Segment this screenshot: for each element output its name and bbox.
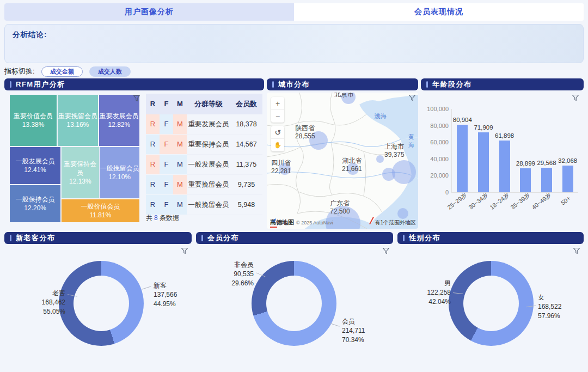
header-marker [10,81,11,88]
header-marker [10,235,11,241]
x-axis-label: 30~34岁 [467,191,490,212]
panel-new-old-header: 新老客分布 [4,232,192,244]
treemap-block[interactable]: 一般挽留会员12.10% [100,147,139,198]
member-count-cell: 18,378 [230,114,262,135]
map-label-sichuan: 四川省22,281 [271,159,291,175]
indicator-amount-button[interactable]: 成交金额 [41,66,83,77]
map-reset-button[interactable]: ↺ [271,126,284,138]
indicator-switch-label: 指标切换: [4,66,35,76]
filter-icon[interactable] [573,247,580,254]
bar[interactable] [499,141,510,192]
rfm-table-footer: 共8条数据 [146,214,179,223]
filter-icon[interactable] [382,247,390,254]
treemap-block[interactable]: 重要价值会员13.38% [10,95,57,146]
member-donut[interactable] [252,261,336,346]
header-marker [201,235,203,241]
sea-label-huanghai: 黄海 [408,133,418,149]
header-marker [403,235,405,241]
x-axis-label: 50+ [560,195,572,206]
panel-member-title: 会员分布 [207,233,239,243]
rfm-flag-cell: R [146,135,160,154]
rfm-flag-cell: M [173,135,187,154]
filter-icon[interactable] [408,94,416,101]
label-leader-line [142,286,151,290]
treemap-block[interactable]: 一般价值会员11.81% [62,199,139,222]
bar-value-label: 71,909 [474,124,493,131]
table-row[interactable]: RFM一般发展会员11,375 [146,155,262,175]
panel-new-old-title: 新老客分布 [16,233,56,243]
member-count-cell: 14,567 [230,135,262,155]
age-plot: 100,00080,00060,00040,00020,0000 80,9042… [451,109,578,193]
map-pan-button[interactable]: ✋ [271,138,284,151]
bar-slot: 29,56840~49岁 [536,109,558,192]
bar-value-label: 61,898 [495,132,514,139]
treemap-block[interactable]: 重要保持会员12.13% [62,147,99,198]
x-axis-label: 18~24岁 [488,191,511,212]
table-row[interactable]: RFM重要发展会员18,378 [146,114,262,135]
map-zoom-out-button[interactable]: − [271,109,284,123]
tab-user-portrait[interactable]: 用户画像分析 [4,3,294,21]
rfm-flag-cell: F [160,114,173,134]
panel-rfm: RFM用户分析 重要价值会员13.38%重要挽留会员13.16%重要发展会员12… [4,78,264,229]
rfm-flag-cell: M [173,114,187,134]
panel-city: 城市分布 [267,78,418,229]
bar[interactable] [541,168,552,192]
female-label: 女 168,522 57.96% [538,293,561,320]
rfm-flag-cell: M [173,195,187,215]
table-row[interactable]: RFM重要保持会员14,567 [146,135,262,155]
y-tick-label: 100,000 [427,106,449,112]
bar-value-label: 29,568 [537,160,556,166]
tab-member-performance[interactable]: 会员表现情况 [294,3,584,21]
y-tick-label: 0 [445,189,449,196]
map-label-shanghai: 上海市39,375 [384,143,405,159]
filter-icon[interactable] [133,95,140,102]
rfm-flag-cell: R [146,175,160,194]
filter-icon[interactable] [572,94,579,101]
member-count-cell: 9,735 [230,175,262,195]
table-header-cell: F [160,94,173,114]
segment-level-cell: 重要挽留会员 [187,175,230,195]
new-old-donut[interactable] [59,261,144,346]
male-label: 男 122,258 42.04% [414,279,451,306]
rfm-flag-cell: M [173,175,187,194]
y-tick-label: 80,000 [430,123,449,129]
gender-donut[interactable] [449,261,534,346]
table-row[interactable]: RFM重要挽留会员9,735 [146,175,262,195]
map-controls: + − ↺ ✋ [271,97,284,151]
panel-age-header: 年龄段分布 [421,78,584,90]
segment-level-cell: 重要发展会员 [187,114,230,135]
rfm-flag-cell: R [146,155,160,174]
bar-value-label: 80,904 [453,117,472,123]
segment-level-cell: 一般挽留会员 [187,195,230,215]
filter-icon[interactable] [181,247,188,254]
treemap-block[interactable]: 一般发展会员12.41% [10,147,60,185]
bar-slot: 28,89935~39岁 [515,109,536,192]
bar[interactable] [520,168,531,192]
panel-member-header: 会员分布 [196,232,393,244]
treemap-block[interactable]: 一般保持会员12.20% [10,185,60,222]
panel-rfm-header: RFM用户分析 [4,78,264,90]
bar-slot: 61,89818~24岁 [494,109,515,192]
bar-slot: 32,06850+ [557,109,578,192]
sea-label-bohai: 渤海 [375,112,387,120]
map-out-of-range-note: 有1个范围外地区 [375,219,416,227]
panel-age-body: 100,00080,00060,00040,00020,0000 80,9042… [421,93,584,229]
treemap-block[interactable]: 重要发展会员12.82% [99,95,139,146]
rfm-treemap: 重要价值会员13.38%重要挽留会员13.16%重要发展会员12.82%一般发展… [10,95,139,222]
panel-rfm-title: RFM用户分析 [16,80,65,89]
panel-gender-header: 性别分布 [397,232,584,244]
y-tick-label: 20,000 [430,172,449,179]
map-zoom-in-button[interactable]: + [271,97,284,109]
table-header-cell: 分群等级 [187,94,230,114]
panel-age-title: 年龄段分布 [432,80,472,89]
table-row[interactable]: RFM一般挽留会员5,948 [146,195,262,215]
map-label-beijing: 北京市 [334,93,354,99]
bar[interactable] [562,166,573,192]
header-marker [426,81,428,88]
indicator-count-button[interactable]: 成交人数 [89,66,131,77]
panel-city-title: 城市分布 [278,80,310,89]
china-map[interactable]: 北京市 渤海 黄海 陕西省28,555 四川省22,281 湖北省21,661 … [267,93,418,229]
treemap-block[interactable]: 重要挽留会员13.16% [58,95,98,146]
bar[interactable] [478,132,489,192]
bar[interactable] [457,125,468,192]
